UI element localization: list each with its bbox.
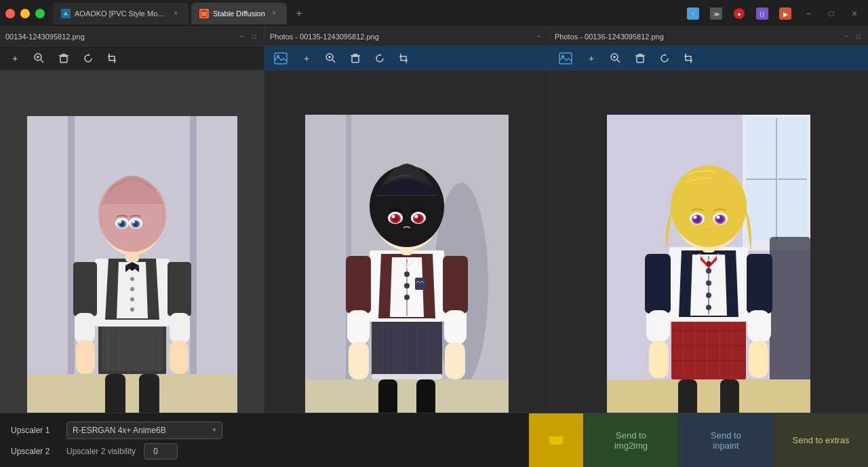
panel3-image-area[interactable] [549, 71, 868, 467]
svg-rect-53 [73, 262, 97, 316]
panel2-image-icon[interactable] [270, 49, 292, 68]
ext-icon-5[interactable]: ▶ [777, 5, 793, 22]
panel3-zoom-btn[interactable] [606, 49, 625, 68]
panel1-delete-btn[interactable] [54, 49, 73, 68]
svg-line-113 [617, 60, 620, 62]
svg-text:↑: ↑ [692, 11, 695, 18]
upscaler1-row: Upscaler 1 R-ESRGAN 4x+ Anime6B None Lan… [11, 422, 529, 439]
upscaler1-select[interactable]: R-ESRGAN 4x+ Anime6B None Lanczos Neares… [66, 422, 222, 439]
panel1-rotate-btn[interactable] [79, 49, 98, 68]
ext-icon-3[interactable]: ● [731, 5, 747, 22]
svg-text:⟨⟩: ⟨⟩ [760, 11, 765, 18]
panel1-image-area[interactable] [0, 71, 264, 467]
panel2-toolbar: + [264, 46, 549, 71]
send-img2img-label: Send to img2img [614, 430, 648, 451]
panel2-add-btn[interactable]: + [297, 49, 316, 68]
browser-chrome: A AOAOKO [PVC Style Model] - PV... × SD … [0, 0, 868, 27]
svg-text:●: ● [737, 11, 741, 18]
panel1-toolbar: + [0, 46, 264, 71]
close-window-btn[interactable]: × [846, 5, 863, 22]
panel3-image-icon[interactable] [555, 49, 576, 68]
tab2-close[interactable]: × [269, 9, 279, 18]
svg-rect-20 [62, 54, 66, 56]
svg-rect-160 [649, 341, 669, 378]
svg-rect-67 [352, 56, 359, 62]
svg-rect-161 [749, 341, 768, 378]
panel3-image [607, 115, 810, 424]
send-img2img-button[interactable]: Send to img2img [583, 413, 678, 468]
browser-extensions: ↑ ≫ ● ⟨⟩ ▶ − □ × [685, 5, 863, 22]
panel3-add-btn[interactable]: + [582, 49, 601, 68]
svg-point-88 [405, 263, 409, 267]
panel1-add-btn[interactable]: + [5, 49, 24, 68]
svg-rect-54 [167, 262, 191, 316]
new-tab-button[interactable]: + [290, 4, 309, 23]
panel2-zoom-btn[interactable] [321, 49, 340, 68]
panel2-rotate-btn[interactable] [370, 49, 389, 68]
svg-rect-56 [170, 313, 190, 340]
upscaler2-visibility-input[interactable] [144, 443, 178, 460]
svg-rect-58 [170, 340, 189, 374]
panel2-image-area[interactable] [264, 71, 549, 467]
tab2-title: Stable Diffusion [213, 10, 265, 18]
panel3-minimize-btn[interactable]: − [842, 33, 850, 41]
bottom-bar: Upscaler 1 R-ESRGAN 4x+ Anime6B None Lan… [0, 413, 868, 467]
svg-rect-18 [60, 56, 67, 62]
panel1-title: 00134-1243095812.png [5, 33, 234, 41]
svg-rect-57 [76, 340, 95, 374]
panel2-crop-btn[interactable] [395, 49, 414, 68]
upscaler2-row: Upscaler 2 Upscaler 2 visibility [11, 443, 529, 460]
panel2-minimize-btn[interactable]: − [535, 33, 543, 41]
svg-point-141 [706, 305, 711, 310]
win-minimize-btn[interactable] [20, 9, 30, 18]
panel1-crop-btn[interactable] [103, 49, 122, 68]
svg-point-138 [706, 268, 711, 274]
bottom-right-actions: Send to img2img Send to inpaint Send to … [529, 413, 868, 467]
panel1-zoom-btn[interactable] [30, 49, 49, 68]
send-extras-button[interactable]: Send to extras [773, 413, 868, 468]
svg-text:≫: ≫ [713, 11, 719, 18]
tab-aoaoko[interactable]: A AOAOKO [PVC Style Model] - PV... × [53, 3, 189, 24]
tab-stable-diffusion[interactable]: SD Stable Diffusion × [191, 3, 287, 24]
ext-icon-1[interactable]: ↑ [685, 5, 701, 22]
svg-rect-75 [372, 318, 442, 379]
ext-icon-2[interactable]: ≫ [708, 5, 724, 22]
panel1-image [27, 116, 237, 422]
svg-rect-102 [346, 256, 371, 314]
panel1-minimize-btn[interactable]: − [238, 33, 246, 41]
svg-text:▶: ▶ [783, 11, 788, 18]
panel3-titlebar: Photos - 00136-1243095812.png − □ [549, 27, 868, 46]
panel1-maximize-btn[interactable]: □ [250, 33, 258, 41]
svg-rect-28 [102, 323, 163, 371]
send-inpaint-button[interactable]: Send to inpaint [678, 413, 773, 468]
folder-icon [548, 432, 564, 448]
ext-icon-4[interactable]: ⟨⟩ [754, 5, 770, 22]
folder-button[interactable] [529, 413, 583, 468]
svg-rect-157 [747, 254, 772, 314]
svg-text:A: A [64, 11, 68, 17]
panel2-titlebar: Photos - 00135-1243095812.png − [264, 27, 549, 46]
svg-line-15 [41, 60, 43, 62]
svg-rect-127 [671, 317, 746, 379]
svg-rect-107 [445, 342, 465, 379]
svg-rect-156 [645, 254, 671, 314]
panel2-delete-btn[interactable] [346, 49, 365, 68]
main-area: 00134-1243095812.png − □ + [0, 27, 868, 467]
svg-point-99 [414, 214, 418, 218]
maximize-window-btn[interactable]: □ [823, 5, 840, 22]
win-close-btn[interactable] [5, 9, 15, 18]
tab1-close[interactable]: × [171, 9, 180, 18]
panel3-crop-btn[interactable] [679, 49, 698, 68]
svg-text:SD: SD [201, 12, 208, 16]
svg-point-37 [130, 287, 134, 291]
photo-panel-2: Photos - 00135-1243095812.png − + [264, 27, 549, 467]
svg-rect-159 [747, 310, 770, 341]
panel3-maximize-btn[interactable]: □ [854, 33, 863, 41]
svg-marker-119 [665, 54, 667, 56]
upscaler1-select-wrapper: R-ESRGAN 4x+ Anime6B None Lanczos Neares… [66, 422, 222, 439]
panel3-delete-btn[interactable] [631, 49, 650, 68]
svg-rect-103 [443, 256, 468, 314]
win-maximize-btn[interactable] [35, 9, 45, 18]
minimize-window-btn[interactable]: − [800, 5, 816, 22]
panel3-rotate-btn[interactable] [655, 49, 674, 68]
